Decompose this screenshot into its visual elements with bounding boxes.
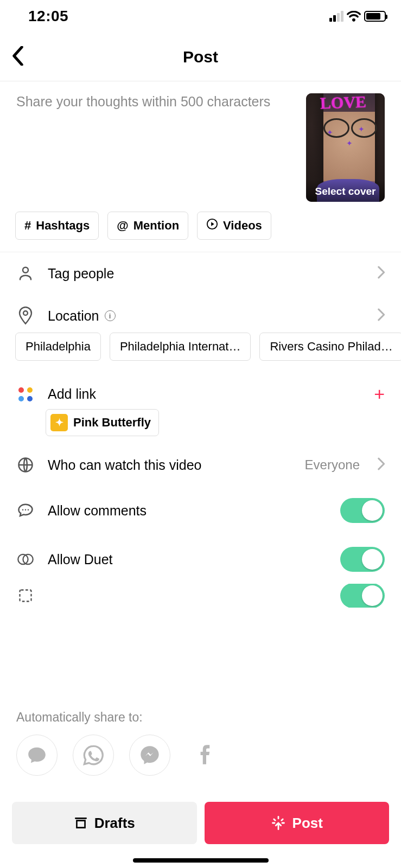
videos-chip[interactable]: Videos <box>197 212 271 240</box>
allow-comments-row: Allow comments <box>0 486 401 535</box>
svg-point-1 <box>23 267 28 273</box>
location-pill[interactable]: Rivers Casino Philad… <box>259 333 401 361</box>
add-link-label: Add link <box>48 386 361 402</box>
share-label: Automatically share to: <box>16 710 385 725</box>
apps-icon <box>16 385 35 404</box>
post-spark-icon <box>271 815 286 831</box>
tag-people-label: Tag people <box>48 266 364 282</box>
videos-label: Videos <box>223 219 262 233</box>
status-time: 12:05 <box>28 8 68 25</box>
cover-thumbnail[interactable]: LOVE ✦ ✦ ✦ Select cover <box>306 93 385 202</box>
globe-icon <box>16 456 35 474</box>
quick-insert-row: # Hashtags @ Mention Videos <box>0 212 401 252</box>
hashtags-chip[interactable]: # Hashtags <box>15 212 99 240</box>
svg-point-4 <box>22 509 24 511</box>
caption-input[interactable]: Share your thoughts within 500 character… <box>16 93 295 202</box>
privacy-value: Everyone <box>305 457 360 473</box>
at-icon: @ <box>117 219 128 233</box>
mention-label: Mention <box>133 219 179 233</box>
wifi-icon <box>347 11 361 22</box>
allow-stitch-toggle[interactable] <box>340 584 385 608</box>
chevron-right-icon <box>377 457 385 473</box>
share-section: Automatically share to: <box>0 706 401 776</box>
info-icon[interactable]: i <box>105 310 116 321</box>
status-bar: 12:05 <box>0 0 401 33</box>
svg-point-2 <box>23 311 28 315</box>
cell-signal-icon <box>329 11 343 22</box>
location-label: Location i <box>48 308 364 324</box>
post-button[interactable]: Post <box>205 802 390 844</box>
effect-chip-label: Pink Butterfly <box>73 416 151 430</box>
butterfly-icon: ✦ <box>346 139 353 148</box>
location-pill[interactable]: Philadelphia Internat… <box>110 333 251 361</box>
allow-comments-label: Allow comments <box>48 503 327 519</box>
privacy-label: Who can watch this video <box>48 457 292 473</box>
svg-rect-9 <box>20 590 31 602</box>
chevron-right-icon <box>377 266 385 281</box>
butterfly-icon: ✦ <box>327 128 333 137</box>
duet-icon <box>16 550 35 569</box>
love-sticker: LOVE <box>320 93 366 112</box>
share-sms-button[interactable] <box>16 735 58 776</box>
allow-duet-toggle[interactable] <box>340 547 385 572</box>
header: Post <box>0 33 401 81</box>
play-circle-icon <box>206 218 218 233</box>
hashtags-label: Hashtags <box>36 219 90 233</box>
privacy-row[interactable]: Who can watch this video Everyone <box>0 444 401 486</box>
share-whatsapp-button[interactable] <box>73 735 114 776</box>
location-suggestions: Philadelphia Philadelphia Internat… Rive… <box>0 333 401 368</box>
tag-people-row[interactable]: Tag people <box>0 252 401 295</box>
svg-point-6 <box>28 509 29 511</box>
plus-icon[interactable]: + <box>374 384 385 405</box>
allow-comments-toggle[interactable] <box>340 498 385 523</box>
svg-point-5 <box>25 509 27 511</box>
allow-duet-row: Allow Duet <box>0 535 401 584</box>
bottom-bar: Drafts Post <box>0 802 401 844</box>
comment-icon <box>16 501 35 520</box>
hash-icon: # <box>24 219 31 233</box>
stitch-icon <box>16 586 35 605</box>
chevron-right-icon <box>377 308 385 323</box>
caption-area: Share your thoughts within 500 character… <box>0 81 401 212</box>
share-facebook-button[interactable] <box>186 735 227 776</box>
location-pill[interactable]: Philadelphia <box>15 333 101 361</box>
post-label: Post <box>292 815 323 832</box>
status-indicators <box>329 11 386 22</box>
location-pin-icon <box>16 307 35 325</box>
drafts-icon <box>74 816 88 830</box>
add-link-row[interactable]: Add link + <box>0 374 401 412</box>
share-messenger-button[interactable] <box>129 735 170 776</box>
drafts-label: Drafts <box>94 815 135 832</box>
allow-stitch-row <box>0 584 401 608</box>
effect-chip[interactable]: ✦ Pink Butterfly <box>46 409 159 436</box>
location-row[interactable]: Location i <box>0 295 401 333</box>
sparkle-icon: ✦ <box>50 414 68 431</box>
allow-duet-label: Allow Duet <box>48 552 327 567</box>
battery-icon <box>364 11 386 22</box>
select-cover-label[interactable]: Select cover <box>306 180 385 202</box>
back-button[interactable] <box>12 46 24 68</box>
home-indicator <box>133 858 269 863</box>
butterfly-icon: ✦ <box>358 125 365 133</box>
mention-chip[interactable]: @ Mention <box>107 212 188 240</box>
page-title: Post <box>183 48 218 66</box>
person-icon <box>16 264 35 283</box>
drafts-button[interactable]: Drafts <box>12 802 197 844</box>
